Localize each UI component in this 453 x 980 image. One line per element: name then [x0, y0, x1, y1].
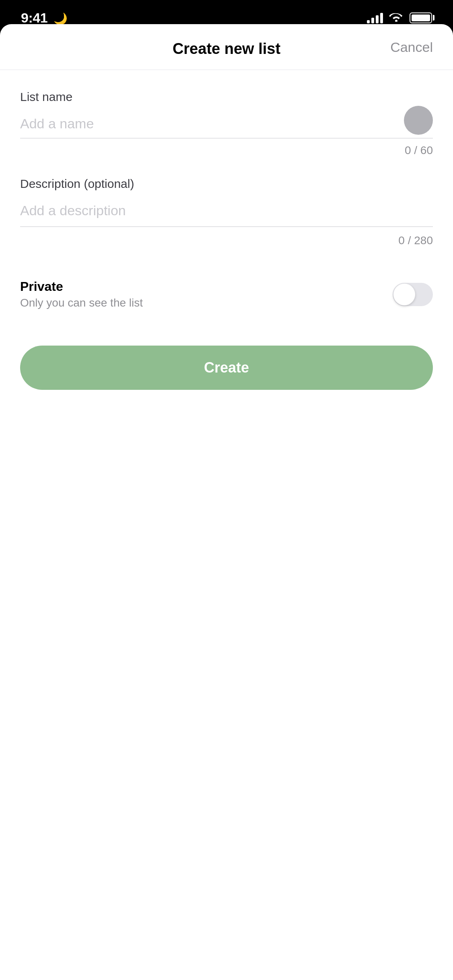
list-name-section: List name 0 / 60 [20, 90, 433, 157]
private-toggle[interactable] [393, 283, 433, 306]
cancel-button[interactable]: Cancel [390, 39, 433, 55]
modal-title: Create new list [173, 40, 280, 58]
create-button[interactable]: Create [20, 346, 433, 390]
avatar-circle [404, 106, 433, 135]
modal-content: List name 0 / 60 Description (optional) … [0, 70, 453, 406]
private-title: Private [20, 279, 143, 294]
list-name-char-count: 0 / 60 [20, 144, 433, 157]
list-name-input[interactable] [20, 112, 433, 138]
list-name-label: List name [20, 90, 433, 104]
private-toggle-container[interactable] [393, 283, 433, 306]
description-char-count: 0 / 280 [20, 234, 433, 247]
modal-overlay: Create new list Cancel List name 0 / 60 … [0, 0, 453, 980]
description-label: Description (optional) [20, 177, 433, 191]
description-input[interactable] [20, 199, 433, 227]
toggle-knob [393, 284, 415, 305]
modal-header: Create new list Cancel [0, 24, 453, 70]
modal-sheet: Create new list Cancel List name 0 / 60 … [0, 24, 453, 980]
private-section: Private Only you can see the list [20, 267, 433, 321]
private-text: Private Only you can see the list [20, 279, 143, 309]
private-subtitle: Only you can see the list [20, 296, 143, 309]
list-name-field-row [20, 112, 433, 138]
description-section: Description (optional) 0 / 280 [20, 177, 433, 247]
